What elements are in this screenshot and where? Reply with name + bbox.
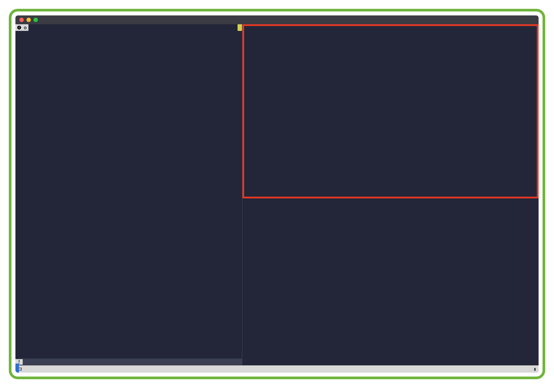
battery-icon: ▮ bbox=[533, 366, 536, 372]
close-icon[interactable] bbox=[19, 18, 24, 22]
editor-viewport[interactable] bbox=[15, 31, 242, 358]
gear-icon: ⚙ bbox=[24, 25, 27, 30]
panes-icon bbox=[18, 368, 22, 370]
pane-shell-bottom[interactable] bbox=[242, 198, 539, 365]
session-outline: ! ⚙ ! bbox=[9, 9, 545, 379]
warn-icon: ! bbox=[15, 359, 23, 365]
vim-statusline: ! bbox=[15, 358, 242, 365]
pane-vim[interactable]: ! ⚙ ! bbox=[15, 24, 242, 365]
tmux-status-right: ▮ bbox=[526, 366, 539, 372]
buffers-indicator[interactable] bbox=[238, 24, 242, 31]
vim-tabline: ! ⚙ bbox=[15, 24, 242, 31]
panes-row: ! ⚙ ! bbox=[15, 24, 539, 365]
vim-tab-active[interactable]: ! ⚙ bbox=[15, 24, 28, 31]
minimize-icon[interactable] bbox=[27, 18, 31, 22]
tmux-content: ! ⚙ ! bbox=[15, 24, 539, 373]
pane-shell-top[interactable] bbox=[242, 24, 539, 198]
right-column bbox=[242, 24, 539, 365]
info-icon: ! bbox=[17, 26, 21, 29]
tabline-spacer bbox=[28, 24, 238, 31]
mac-titlebar bbox=[15, 15, 539, 24]
zoom-icon[interactable] bbox=[34, 18, 38, 22]
tmux-statusbar: ▮ bbox=[15, 365, 539, 373]
tmux-status-left bbox=[15, 368, 26, 370]
terminal-window: ! ⚙ ! bbox=[15, 15, 539, 373]
